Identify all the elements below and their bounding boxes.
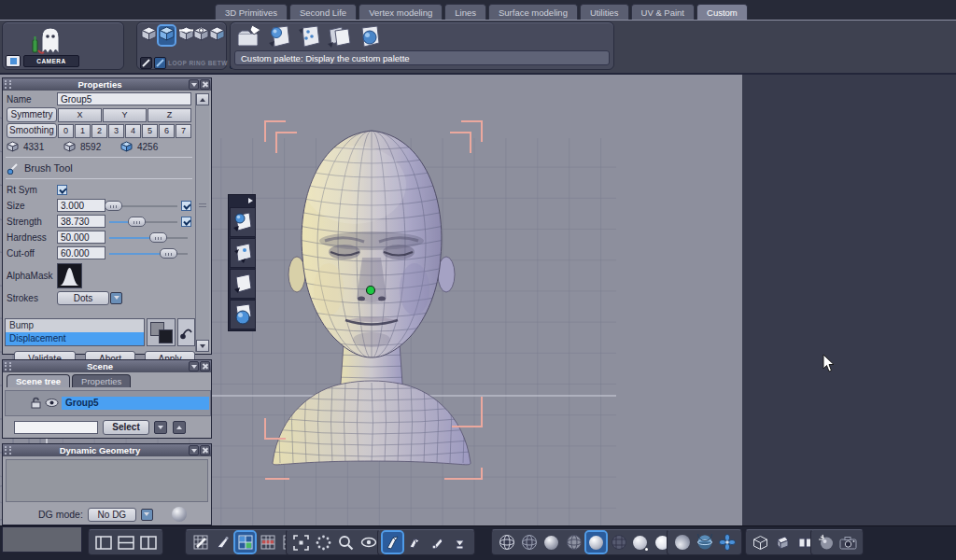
grid-snap-active-icon[interactable] bbox=[235, 532, 255, 553]
pan-dots-icon[interactable] bbox=[314, 532, 333, 553]
smooth-object-icon[interactable] bbox=[672, 532, 692, 553]
panel-collapse-button[interactable] bbox=[189, 361, 199, 371]
tab-surface-modeling[interactable]: Surface modeling bbox=[488, 4, 578, 20]
smoothing-7[interactable]: 7 bbox=[176, 124, 191, 138]
pen-select-icon[interactable] bbox=[140, 57, 152, 69]
tab-uv-paint[interactable]: UV & Paint bbox=[631, 4, 695, 20]
paint-pick-button[interactable] bbox=[177, 318, 195, 346]
palette-expand-handle[interactable] bbox=[229, 195, 255, 206]
strength-checkbox[interactable] bbox=[181, 217, 191, 227]
panel-collapse-button[interactable] bbox=[189, 445, 199, 455]
dg-titlebar[interactable]: Dynamic Geometry bbox=[3, 444, 211, 456]
tab-second-life[interactable]: Second Life bbox=[289, 4, 357, 20]
brush-pull-tool[interactable] bbox=[230, 207, 256, 237]
palette-pages-icon[interactable] bbox=[326, 24, 352, 52]
tab-lines[interactable]: Lines bbox=[444, 4, 486, 20]
properties-titlebar[interactable]: Properties bbox=[3, 78, 211, 91]
lock-icon[interactable] bbox=[30, 397, 42, 409]
cutoff-input[interactable] bbox=[57, 246, 105, 259]
layout-split-left-icon[interactable] bbox=[93, 532, 113, 553]
subdiv-sphere-icon[interactable] bbox=[695, 532, 714, 553]
drag-grip-icon[interactable] bbox=[5, 446, 11, 455]
select-point-icon[interactable] bbox=[193, 26, 209, 45]
manipulator-move-icon-active[interactable] bbox=[383, 532, 402, 553]
size-checkbox[interactable] bbox=[181, 201, 191, 211]
brush-flatten-tool[interactable] bbox=[230, 269, 256, 299]
shaded-prism-icon[interactable] bbox=[773, 532, 793, 553]
flat-shaded-sphere-icon[interactable] bbox=[541, 532, 561, 553]
hardness-slider[interactable] bbox=[109, 232, 188, 243]
scene-tree-item-group5[interactable]: Group5 bbox=[62, 397, 209, 410]
tab-vertex-modeling[interactable]: Vertex modeling bbox=[358, 4, 443, 20]
select-object-icon[interactable] bbox=[141, 26, 157, 45]
ring-button[interactable]: RING bbox=[189, 60, 205, 66]
symmetry-y-button[interactable]: Y bbox=[103, 108, 147, 122]
rt-sym-checkbox[interactable] bbox=[57, 185, 67, 195]
channel-color-swatches[interactable] bbox=[147, 318, 176, 346]
dynamic-mesh-flower-icon[interactable] bbox=[717, 532, 737, 553]
smoothing-6[interactable]: 6 bbox=[159, 124, 175, 138]
scene-search-input[interactable] bbox=[14, 421, 98, 434]
select-next-button[interactable] bbox=[173, 421, 186, 434]
channel-displacement-selected[interactable]: Displacement bbox=[6, 332, 144, 345]
drag-grip-icon[interactable] bbox=[5, 362, 11, 371]
tab-3d-primitives[interactable]: 3D Primitives bbox=[215, 4, 288, 20]
pick-point-marker[interactable] bbox=[367, 287, 375, 295]
smoothing-2[interactable]: 2 bbox=[91, 124, 107, 138]
palette-brush2-icon[interactable] bbox=[296, 24, 322, 52]
camera-label-badge[interactable]: CAMERA bbox=[23, 55, 79, 67]
panel-collapse-button[interactable] bbox=[189, 79, 199, 90]
brush-pinch-tool[interactable] bbox=[230, 238, 256, 268]
grid-edit-icon[interactable] bbox=[190, 532, 210, 553]
symmetry-x-button[interactable]: X bbox=[58, 108, 102, 122]
palette-folder-icon[interactable] bbox=[236, 24, 262, 52]
wire-cube-icon[interactable] bbox=[751, 532, 770, 553]
dg-mode-dropdown-button[interactable] bbox=[141, 509, 153, 521]
tab-custom[interactable]: Custom bbox=[696, 4, 748, 20]
zoom-icon[interactable] bbox=[336, 532, 356, 553]
manipulator-rotate-icon[interactable] bbox=[405, 532, 425, 553]
select-prev-button[interactable] bbox=[154, 421, 167, 434]
strokes-dropdown-button[interactable] bbox=[110, 292, 122, 304]
visibility-eye-icon[interactable] bbox=[45, 397, 59, 409]
scene-properties-tab[interactable]: Properties bbox=[72, 374, 131, 387]
eye-view-icon[interactable] bbox=[358, 532, 378, 553]
layout-split-vertical-icon[interactable] bbox=[138, 532, 158, 553]
strength-slider[interactable] bbox=[109, 217, 177, 227]
ghost-icon[interactable] bbox=[29, 25, 66, 55]
grid-red-icon[interactable] bbox=[258, 532, 277, 553]
manipulator-scale-icon[interactable] bbox=[428, 532, 447, 553]
properties-scrollbar[interactable] bbox=[195, 93, 209, 352]
panel-close-button[interactable] bbox=[200, 361, 210, 371]
name-input[interactable] bbox=[57, 92, 191, 105]
smoothing-3[interactable]: 3 bbox=[108, 124, 124, 138]
alphamask-preview[interactable] bbox=[57, 263, 82, 288]
loop-button[interactable]: LOOP bbox=[168, 60, 187, 66]
snapshot-camera-icon[interactable] bbox=[838, 532, 858, 553]
smoothing-5[interactable]: 5 bbox=[142, 124, 158, 138]
drop-anchor-icon[interactable] bbox=[450, 532, 470, 553]
select-edge-icon[interactable] bbox=[178, 26, 194, 45]
betw-button[interactable]: BETW bbox=[208, 60, 228, 66]
textured-wire-sphere-icon[interactable] bbox=[609, 532, 628, 553]
camera-mode-icon[interactable] bbox=[6, 55, 21, 67]
cutoff-slider[interactable] bbox=[109, 248, 188, 259]
palette-sphere-brush-icon[interactable] bbox=[356, 24, 382, 52]
wireframe-sphere-icon[interactable] bbox=[497, 532, 516, 553]
scroll-up-button[interactable] bbox=[196, 93, 209, 105]
dg-preview-sphere[interactable] bbox=[172, 507, 187, 522]
brush-inflate-tool[interactable] bbox=[230, 300, 256, 329]
drag-grip-icon[interactable] bbox=[5, 80, 11, 89]
size-slider[interactable] bbox=[109, 201, 177, 211]
scroll-down-button[interactable] bbox=[196, 340, 209, 352]
panel-close-button[interactable] bbox=[200, 445, 210, 455]
background-swatch[interactable] bbox=[159, 329, 173, 343]
smoothing-button[interactable]: Smoothing bbox=[7, 123, 57, 138]
select-face-icon-active[interactable] bbox=[159, 26, 175, 45]
layout-split-horizontal-icon[interactable] bbox=[116, 532, 135, 553]
symmetry-z-button[interactable]: Z bbox=[148, 108, 191, 122]
hidden-line-sphere-icon[interactable] bbox=[519, 532, 539, 553]
size-input[interactable] bbox=[57, 199, 105, 212]
render-sphere-icon[interactable] bbox=[816, 532, 836, 553]
symmetry-button[interactable]: Symmetry bbox=[7, 107, 57, 122]
